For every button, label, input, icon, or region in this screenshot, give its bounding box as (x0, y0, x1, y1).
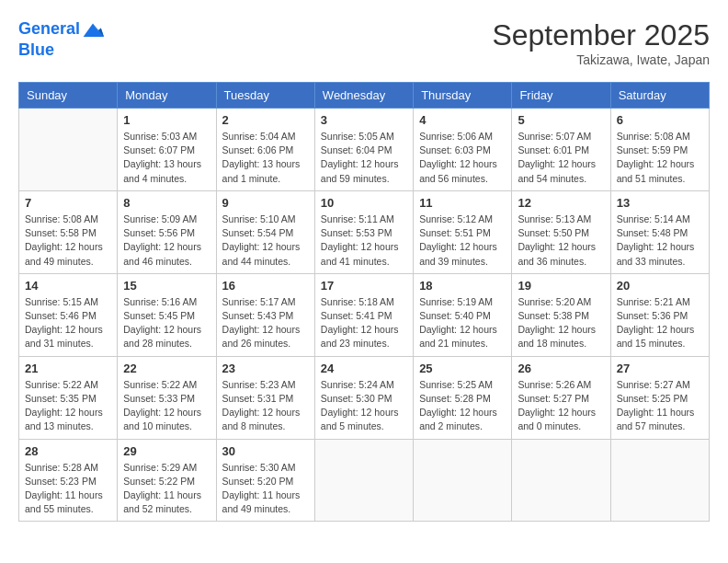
title-block: September 2025 Takizawa, Iwate, Japan (492, 18, 710, 67)
day-number: 20 (617, 279, 703, 293)
day-number: 9 (222, 196, 309, 210)
day-info: Sunrise: 5:06 AMSunset: 6:03 PMDaylight:… (419, 130, 506, 186)
calendar-cell: 21Sunrise: 5:22 AMSunset: 5:35 PMDayligh… (19, 356, 118, 439)
calendar-cell: 1Sunrise: 5:03 AMSunset: 6:07 PMDaylight… (118, 109, 216, 191)
calendar-week-row: 7Sunrise: 5:08 AMSunset: 5:58 PMDaylight… (19, 190, 710, 273)
logo-icon (82, 18, 104, 40)
day-number: 12 (518, 196, 604, 210)
calendar-cell: 7Sunrise: 5:08 AMSunset: 5:58 PMDaylight… (19, 190, 118, 273)
weekday-header-cell: Saturday (610, 83, 709, 109)
day-number: 15 (123, 279, 210, 293)
day-number: 24 (321, 362, 407, 375)
calendar-cell: 20Sunrise: 5:21 AMSunset: 5:36 PMDayligh… (610, 273, 709, 356)
day-number: 25 (419, 362, 506, 375)
calendar-cell: 29Sunrise: 5:29 AMSunset: 5:22 PMDayligh… (118, 439, 216, 522)
calendar-cell (314, 439, 413, 522)
calendar-week-row: 21Sunrise: 5:22 AMSunset: 5:35 PMDayligh… (19, 356, 710, 439)
calendar-cell: 19Sunrise: 5:20 AMSunset: 5:38 PMDayligh… (512, 273, 610, 356)
page-header: General Blue September 2025 Takizawa, Iw… (18, 18, 710, 67)
day-info: Sunrise: 5:11 AMSunset: 5:53 PMDaylight:… (321, 213, 407, 269)
day-number: 14 (25, 279, 111, 293)
day-info: Sunrise: 5:08 AMSunset: 5:59 PMDaylight:… (617, 130, 703, 186)
day-number: 1 (123, 113, 210, 127)
logo: General Blue (18, 18, 104, 61)
month-title: September 2025 (492, 18, 710, 52)
weekday-header-cell: Sunday (19, 83, 118, 109)
day-number: 11 (419, 196, 506, 210)
day-number: 18 (419, 279, 506, 293)
day-number: 28 (25, 444, 111, 458)
calendar-cell: 13Sunrise: 5:14 AMSunset: 5:48 PMDayligh… (610, 190, 709, 273)
weekday-header-cell: Friday (512, 83, 610, 109)
calendar-cell: 10Sunrise: 5:11 AMSunset: 5:53 PMDayligh… (314, 190, 413, 273)
calendar-cell: 18Sunrise: 5:19 AMSunset: 5:40 PMDayligh… (414, 273, 512, 356)
day-number: 22 (123, 362, 210, 375)
calendar-cell: 9Sunrise: 5:10 AMSunset: 5:54 PMDaylight… (216, 190, 314, 273)
calendar-body: 1Sunrise: 5:03 AMSunset: 6:07 PMDaylight… (19, 109, 710, 522)
calendar-cell: 25Sunrise: 5:25 AMSunset: 5:28 PMDayligh… (414, 356, 512, 439)
day-number: 21 (25, 362, 111, 375)
day-info: Sunrise: 5:20 AMSunset: 5:38 PMDaylight:… (518, 295, 604, 351)
day-number: 29 (123, 444, 210, 458)
weekday-header-cell: Monday (118, 83, 216, 109)
day-info: Sunrise: 5:25 AMSunset: 5:28 PMDaylight:… (419, 378, 506, 434)
day-info: Sunrise: 5:14 AMSunset: 5:48 PMDaylight:… (617, 213, 703, 269)
day-info: Sunrise: 5:18 AMSunset: 5:41 PMDaylight:… (321, 295, 407, 351)
day-info: Sunrise: 5:10 AMSunset: 5:54 PMDaylight:… (222, 213, 309, 269)
calendar-week-row: 14Sunrise: 5:15 AMSunset: 5:46 PMDayligh… (19, 273, 710, 356)
day-number: 3 (321, 113, 407, 127)
calendar-cell: 4Sunrise: 5:06 AMSunset: 6:03 PMDaylight… (414, 109, 512, 191)
day-number: 2 (222, 113, 309, 127)
day-number: 10 (321, 196, 407, 210)
day-info: Sunrise: 5:26 AMSunset: 5:27 PMDaylight:… (518, 378, 604, 434)
day-info: Sunrise: 5:22 AMSunset: 5:35 PMDaylight:… (25, 378, 111, 434)
calendar-cell: 22Sunrise: 5:22 AMSunset: 5:33 PMDayligh… (118, 356, 216, 439)
weekday-header-cell: Thursday (414, 83, 512, 109)
day-number: 16 (222, 279, 309, 293)
day-number: 30 (222, 444, 309, 458)
day-info: Sunrise: 5:05 AMSunset: 6:04 PMDaylight:… (321, 130, 407, 186)
calendar-cell: 24Sunrise: 5:24 AMSunset: 5:30 PMDayligh… (314, 356, 413, 439)
day-info: Sunrise: 5:08 AMSunset: 5:58 PMDaylight:… (25, 213, 111, 269)
day-number: 19 (518, 279, 604, 293)
day-info: Sunrise: 5:17 AMSunset: 5:43 PMDaylight:… (222, 295, 309, 351)
day-number: 23 (222, 362, 309, 375)
calendar-table: SundayMondayTuesdayWednesdayThursdayFrid… (18, 82, 710, 522)
day-info: Sunrise: 5:30 AMSunset: 5:20 PMDaylight:… (222, 461, 309, 517)
calendar-cell: 6Sunrise: 5:08 AMSunset: 5:59 PMDaylight… (610, 109, 709, 191)
calendar-cell (19, 109, 118, 191)
day-number: 6 (617, 113, 703, 127)
day-number: 13 (617, 196, 703, 210)
calendar-cell: 2Sunrise: 5:04 AMSunset: 6:06 PMDaylight… (216, 109, 314, 191)
day-number: 27 (617, 362, 703, 375)
day-info: Sunrise: 5:23 AMSunset: 5:31 PMDaylight:… (222, 378, 309, 434)
calendar-cell: 14Sunrise: 5:15 AMSunset: 5:46 PMDayligh… (19, 273, 118, 356)
day-info: Sunrise: 5:07 AMSunset: 6:01 PMDaylight:… (518, 130, 604, 186)
calendar-cell: 8Sunrise: 5:09 AMSunset: 5:56 PMDaylight… (118, 190, 216, 273)
calendar-cell: 15Sunrise: 5:16 AMSunset: 5:45 PMDayligh… (118, 273, 216, 356)
day-info: Sunrise: 5:04 AMSunset: 6:06 PMDaylight:… (222, 130, 309, 186)
calendar-cell: 11Sunrise: 5:12 AMSunset: 5:51 PMDayligh… (414, 190, 512, 273)
day-info: Sunrise: 5:22 AMSunset: 5:33 PMDaylight:… (123, 378, 210, 434)
day-info: Sunrise: 5:09 AMSunset: 5:56 PMDaylight:… (123, 213, 210, 269)
day-info: Sunrise: 5:19 AMSunset: 5:40 PMDaylight:… (419, 295, 506, 351)
calendar-cell: 17Sunrise: 5:18 AMSunset: 5:41 PMDayligh… (314, 273, 413, 356)
calendar-cell (512, 439, 610, 522)
day-info: Sunrise: 5:29 AMSunset: 5:22 PMDaylight:… (123, 461, 210, 517)
calendar-week-row: 28Sunrise: 5:28 AMSunset: 5:23 PMDayligh… (19, 439, 710, 522)
calendar-cell: 23Sunrise: 5:23 AMSunset: 5:31 PMDayligh… (216, 356, 314, 439)
day-info: Sunrise: 5:13 AMSunset: 5:50 PMDaylight:… (518, 213, 604, 269)
day-info: Sunrise: 5:28 AMSunset: 5:23 PMDaylight:… (25, 461, 111, 517)
location: Takizawa, Iwate, Japan (492, 52, 710, 67)
calendar-cell (414, 439, 512, 522)
day-info: Sunrise: 5:12 AMSunset: 5:51 PMDaylight:… (419, 213, 506, 269)
day-info: Sunrise: 5:27 AMSunset: 5:25 PMDaylight:… (617, 378, 703, 434)
calendar-cell (610, 439, 709, 522)
day-info: Sunrise: 5:24 AMSunset: 5:30 PMDaylight:… (321, 378, 407, 434)
calendar-cell: 16Sunrise: 5:17 AMSunset: 5:43 PMDayligh… (216, 273, 314, 356)
weekday-header-cell: Wednesday (314, 83, 413, 109)
weekday-header-row: SundayMondayTuesdayWednesdayThursdayFrid… (19, 83, 710, 109)
calendar-cell: 30Sunrise: 5:30 AMSunset: 5:20 PMDayligh… (216, 439, 314, 522)
day-info: Sunrise: 5:15 AMSunset: 5:46 PMDaylight:… (25, 295, 111, 351)
calendar-cell: 27Sunrise: 5:27 AMSunset: 5:25 PMDayligh… (610, 356, 709, 439)
